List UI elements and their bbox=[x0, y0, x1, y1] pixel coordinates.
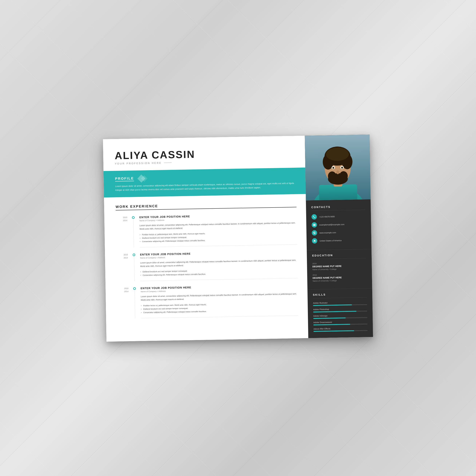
job-1-years: 2010 2014 bbox=[116, 216, 128, 248]
contact-phone: +123 45678 9000 bbox=[311, 213, 366, 220]
profile-header: PROFILE bbox=[115, 173, 296, 182]
job-entry-2: 2010 2014 ENTER YOUR JOB POSITION HERE N… bbox=[116, 250, 298, 281]
profession-divider bbox=[164, 163, 171, 163]
skill-3-bar-fill bbox=[313, 317, 346, 319]
resume-document: ALIYA CASSIN YOUR PROFESSION HERE PROFIL… bbox=[103, 135, 373, 341]
skill-2-name: Adobe Photoshop bbox=[313, 307, 367, 310]
job-1-dot bbox=[132, 216, 135, 219]
skill-5: Adove After Effects bbox=[313, 327, 368, 332]
job-2-years: 2010 2014 bbox=[116, 253, 128, 281]
contacts-section: CONTACTS +123 45678 9000 examplemail@exa… bbox=[306, 199, 372, 250]
work-experience-section: WORK EXPERIENCE 2010 2014 ENTER YOUR JOB… bbox=[104, 194, 308, 328]
job-3-line bbox=[135, 290, 135, 318]
left-column: ALIYA CASSIN YOUR PROFESSION HERE PROFIL… bbox=[103, 136, 308, 341]
location-text: United States of America bbox=[320, 239, 341, 242]
skill-1-bar-bg bbox=[313, 304, 367, 306]
contact-location: United States of America bbox=[312, 237, 366, 243]
edu-entry-1: 2016 DEGREE NAME PUT HERE Name of Univer… bbox=[312, 262, 367, 271]
svg-rect-2 bbox=[319, 184, 357, 201]
skill-1: Adobe Illustrator bbox=[313, 301, 367, 306]
edu-2-degree: DEGREE NAME PUT HERE bbox=[313, 276, 367, 279]
edu-2-year: 2016 bbox=[312, 273, 367, 276]
skill-3-name: Adobe InDesign bbox=[313, 314, 367, 317]
profile-label: PROFILE bbox=[115, 176, 134, 181]
photo-placeholder bbox=[305, 135, 371, 200]
skills-title: SKILLS bbox=[313, 292, 367, 298]
edu-2-school: Name of University / College bbox=[313, 279, 367, 282]
skill-4-bar-fill bbox=[313, 324, 350, 325]
skill-1-name: Adobe Illustrator bbox=[313, 301, 367, 304]
skill-4: Adobe Dreamweaver bbox=[313, 320, 368, 325]
skill-5-bar-fill bbox=[314, 330, 354, 332]
website-icon bbox=[312, 230, 317, 235]
edu-1-degree: DEGREE NAME PUT HERE bbox=[312, 264, 367, 268]
job-3-indicator bbox=[132, 287, 137, 318]
education-title: EDUCATION bbox=[312, 253, 366, 259]
job-3-content: ENTER YOUR JOB POSITION HERE Name of Com… bbox=[140, 284, 298, 318]
job-2-dot bbox=[133, 254, 135, 256]
job-entry-1: 2010 2014 ENTER YOUR JOB POSITION HERE N… bbox=[116, 213, 297, 248]
job-1-description: Lorem ipsum dolor sit amet, consectetur … bbox=[139, 221, 297, 231]
skill-5-name: Adove After Effects bbox=[313, 327, 368, 330]
contact-website: www.example.com bbox=[312, 229, 366, 236]
edu-1-school: Name of University / College bbox=[312, 268, 367, 271]
edu-1-year: 2016 bbox=[312, 262, 366, 265]
job-1-line bbox=[133, 220, 134, 247]
person-illustration bbox=[305, 135, 371, 200]
skill-3-bar-bg bbox=[313, 317, 367, 319]
job-3-dot bbox=[133, 287, 136, 290]
phone-text: +123 45678 9000 bbox=[319, 215, 335, 218]
resume-body: ALIYA CASSIN YOUR PROFESSION HERE PROFIL… bbox=[103, 135, 373, 341]
phone-icon bbox=[311, 214, 317, 219]
website-text: www.example.com bbox=[319, 231, 336, 234]
skill-2-bar-bg bbox=[313, 310, 367, 312]
work-experience-title: WORK EXPERIENCE bbox=[116, 202, 296, 210]
job-1-content: ENTER YOUR JOB POSITION HERE Name of Com… bbox=[139, 213, 297, 247]
skills-section: SKILLS Adobe Illustrator Adobe Photoshop… bbox=[307, 288, 373, 338]
skill-3: Adobe InDesign bbox=[313, 314, 367, 319]
job-2-content: ENTER YOUR JOB POSITION HERE Name of Com… bbox=[140, 250, 298, 281]
location-icon bbox=[312, 238, 317, 243]
profile-section: PROFILE Lorem ipsum dolor sit amet, cons… bbox=[103, 167, 306, 197]
email-icon bbox=[312, 222, 317, 227]
right-column: CONTACTS +123 45678 9000 examplemail@exa… bbox=[305, 135, 373, 338]
job-3-years: 2010 2014 bbox=[117, 287, 129, 319]
skill-4-bar-bg bbox=[313, 323, 368, 325]
job-2-description: Lorem ipsum dolor sit amet, consectetur … bbox=[140, 258, 297, 268]
job-2-indicator bbox=[132, 253, 137, 281]
skill-2: Adobe Photoshop bbox=[313, 307, 367, 312]
candidate-name: ALIYA CASSIN bbox=[115, 147, 296, 161]
contacts-title: CONTACTS bbox=[311, 205, 365, 211]
job-1-indicator bbox=[131, 216, 136, 247]
job-3-description: Lorem ipsum dolor sit amet, consectetur … bbox=[141, 292, 298, 302]
skill-2-bar-fill bbox=[313, 311, 357, 312]
skill-4-name: Adobe Dreamweaver bbox=[313, 320, 368, 323]
resume-header: ALIYA CASSIN YOUR PROFESSION HERE bbox=[103, 136, 306, 171]
skill-5-bar-bg bbox=[314, 330, 368, 332]
contact-email: examplemail@example.com bbox=[312, 221, 366, 227]
email-text: examplemail@example.com bbox=[319, 223, 344, 226]
education-section: EDUCATION 2016 DEGREE NAME PUT HERE Name… bbox=[307, 249, 372, 289]
job-2-line bbox=[134, 257, 135, 281]
skill-1-bar-fill bbox=[313, 304, 352, 306]
profile-text: Lorem ipsum dolor sit amet, consectetur … bbox=[115, 181, 296, 192]
candidate-photo bbox=[305, 135, 371, 200]
edu-entry-2: 2016 DEGREE NAME PUT HERE Name of Univer… bbox=[312, 273, 367, 282]
job-entry-3: 2010 2014 ENTER YOUR JOB POSITION HERE N… bbox=[117, 284, 298, 319]
